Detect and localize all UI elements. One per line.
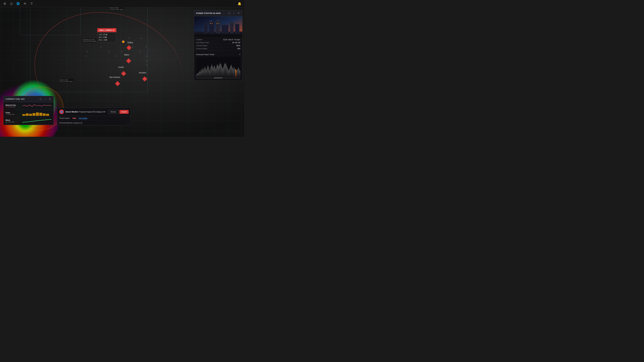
see-details-link[interactable]: See Details <box>79 117 87 119</box>
fuel-sparkline-solar <box>22 111 52 116</box>
dismiss-button[interactable]: Dismiss <box>108 110 118 114</box>
svg-rect-99 <box>239 69 239 77</box>
svg-rect-42 <box>210 69 210 77</box>
fuel-expand-button[interactable]: ⬡ <box>39 97 42 101</box>
fuel-name-solar: Solar <box>6 112 21 114</box>
lmp-row: LMP: 27.93 <box>99 33 115 36</box>
fuel-close-button[interactable]: ✕ <box>48 97 52 101</box>
location-label: Location: <box>196 39 203 40</box>
svg-rect-16 <box>197 73 198 77</box>
chevron-down-icon: ▾ <box>239 53 240 56</box>
svg-rect-52 <box>215 68 216 77</box>
svg-rect-39 <box>208 67 209 77</box>
svg-rect-40 <box>209 70 210 77</box>
panel-actions: ⬡ ⋮ ✕ <box>228 11 240 15</box>
expand-locations-icon: ⌄ <box>127 122 129 124</box>
svg-rect-11 <box>218 23 219 24</box>
forecast-header[interactable]: Forecast Power Trend ▾ <box>196 52 240 57</box>
svg-rect-98 <box>238 67 239 77</box>
svg-point-12 <box>210 20 212 22</box>
svg-rect-24 <box>201 71 202 77</box>
output-mw-label: Current Output: <box>196 48 208 50</box>
fuel-more-button[interactable]: ⋮ <box>44 97 47 101</box>
svg-rect-77 <box>228 69 228 77</box>
lmp-header: ⚠ EES.L-CREEK1 3 <box>97 28 116 32</box>
svg-rect-95 <box>237 71 237 77</box>
chart-scrollbar-thumb[interactable] <box>214 77 223 78</box>
fuel-trend-up-icon: ▲ <box>6 121 7 123</box>
panel-title: POWER STATION 00-A845 <box>196 12 221 14</box>
fuel-info-naturalgas: Natural Gas ▼ 12,126 MW <box>6 104 21 108</box>
mlc-row: MLC: -2.35 <box>99 39 115 41</box>
svg-rect-30 <box>204 68 204 77</box>
fuel-panel-actions: ⬡ ⋮ ✕ <box>39 97 52 101</box>
svg-rect-32 <box>205 68 206 77</box>
layers-icon[interactable]: ◫ <box>9 1 14 6</box>
alert-main: 🌀 Severe Weather: Projected Impact [TX] … <box>57 108 131 116</box>
svg-rect-94 <box>236 70 237 77</box>
close-button[interactable]: ✕ <box>237 11 240 15</box>
svg-rect-27 <box>202 68 203 77</box>
timestamp-3: Wed 24 202202:32:16 GMT-0500 <box>59 79 74 83</box>
svg-rect-10 <box>217 23 218 24</box>
svg-rect-26 <box>202 70 202 77</box>
svg-rect-102 <box>22 114 25 116</box>
clock-icon[interactable]: ⏱ <box>29 1 34 6</box>
svg-rect-33 <box>206 69 206 77</box>
svg-rect-79 <box>228 71 229 77</box>
alert-locations[interactable]: Potential Affected Locations (2) ⌄ <box>57 121 131 125</box>
svg-rect-80 <box>229 70 230 77</box>
fuel-panel-header: CURRENT FUEL MIX ⬡ ⋮ ✕ <box>4 96 54 102</box>
last-report-value: 00:00:00 <box>232 42 240 43</box>
svg-rect-108 <box>43 113 46 116</box>
chart-scrollbar[interactable] <box>196 77 240 78</box>
grid-icon[interactable]: ⊞ <box>2 1 8 6</box>
notification-icon[interactable]: 🔔 <box>237 1 242 6</box>
mail-icon[interactable]: ✉ <box>22 1 28 6</box>
svg-rect-2 <box>204 23 208 33</box>
svg-rect-17 <box>198 74 198 77</box>
svg-rect-63 <box>220 64 221 77</box>
svg-rect-68 <box>223 67 224 77</box>
alert-buttons: Dismiss Submit <box>108 110 129 114</box>
svg-rect-36 <box>207 67 208 77</box>
fuel-panel-title: CURRENT FUEL MIX <box>6 98 25 100</box>
threat-row: Threat Impact: High See Details <box>59 117 129 119</box>
svg-rect-44 <box>211 66 212 77</box>
svg-rect-51 <box>214 66 215 77</box>
svg-rect-83 <box>230 66 231 77</box>
svg-rect-78 <box>228 70 228 77</box>
orange-marker[interactable] <box>122 40 124 43</box>
fuel-item-solar: Solar — 2,534 MW <box>4 110 54 117</box>
svg-rect-109 <box>46 114 49 116</box>
more-button[interactable]: ⋮ <box>232 11 236 15</box>
last-report-row: Last Report Time: 00:00:00 <box>196 41 240 44</box>
svg-rect-19 <box>198 73 199 77</box>
svg-rect-67 <box>222 69 223 77</box>
svg-rect-86 <box>232 67 232 77</box>
svg-rect-64 <box>221 65 222 77</box>
svg-rect-82 <box>230 67 230 77</box>
forecast-title: Forecast Power Trend <box>196 53 214 55</box>
fuel-trend-down-icon: ▼ <box>6 106 7 108</box>
svg-rect-20 <box>199 72 200 77</box>
globe-icon[interactable]: 🌐 <box>16 1 21 6</box>
power-station-panel: POWER STATION 00-A845 ⬡ ⋮ ✕ <box>194 10 242 81</box>
svg-rect-72 <box>225 63 226 77</box>
fuel-sparkline-wind <box>22 119 52 123</box>
svg-rect-74 <box>226 65 226 77</box>
submit-button[interactable]: Submit <box>120 110 129 114</box>
lmp-station-id: EES.L-CREEK1 <box>100 29 112 31</box>
forecast-chart <box>196 57 240 77</box>
forecast-section: Forecast Power Trend ▾ <box>194 52 242 80</box>
output-percent-value: 000% <box>236 45 240 46</box>
svg-rect-45 <box>212 64 212 77</box>
fuel-sparkline-naturalgas <box>22 104 52 108</box>
svg-rect-84 <box>231 65 232 77</box>
fuel-value-solar: — 2,534 MW <box>6 114 21 115</box>
svg-rect-61 <box>220 64 220 77</box>
fuel-item-naturalgas: Natural Gas ▼ 12,126 MW <box>4 102 54 110</box>
svg-rect-104 <box>29 114 32 116</box>
expand-button[interactable]: ⬡ <box>228 11 231 15</box>
warning-icon: ⚠ <box>98 29 100 31</box>
